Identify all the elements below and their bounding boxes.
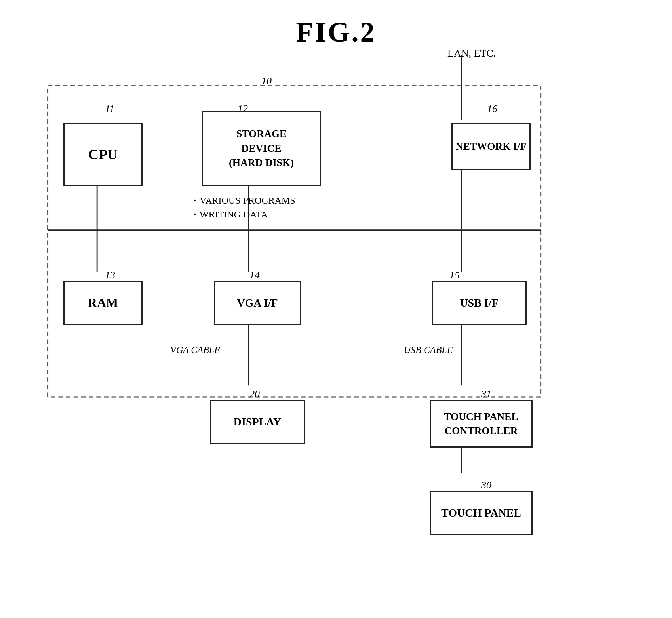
touch-panel-ctrl-box: TOUCH PANELCONTROLLER [430,400,533,448]
writing-data: ・WRITING DATA [190,208,268,221]
ref-10: 10 [261,75,272,87]
ref-13: 13 [105,269,115,281]
ref-20: 20 [249,388,260,400]
network-if-box: NETWORK I/F [451,123,531,170]
display-box: DISPLAY [210,400,305,444]
page-title: FIG.2 [0,0,672,49]
vga-cable-label: VGA CABLE [170,345,220,355]
ram-box: RAM [63,281,143,325]
ref-31: 31 [481,388,491,400]
usb-cable-label: USB CABLE [404,345,453,355]
ref-16: 16 [487,103,497,115]
ref-30: 30 [481,479,491,491]
various-programs: ・VARIOUS PROGRAMS [190,194,295,207]
ref-11: 11 [105,103,114,115]
lan-label: LAN, ETC. [447,48,496,59]
storage-box: STORAGEDEVICE(HARD DISK) [202,111,321,186]
touch-panel-box: TOUCH PANEL [430,491,533,535]
cpu-box: CPU [63,123,143,186]
ref-14: 14 [249,269,260,281]
vga-if-box: VGA I/F [214,281,301,325]
usb-if-box: USB I/F [432,281,527,325]
ref-15: 15 [449,269,460,281]
